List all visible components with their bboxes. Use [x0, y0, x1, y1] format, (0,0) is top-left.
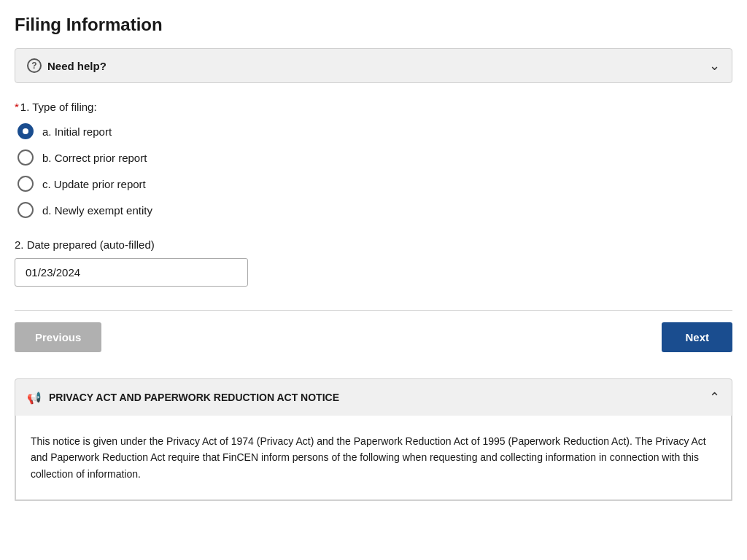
- help-accordion-left: ? Need help?: [27, 58, 107, 73]
- date-prepared-section: 2. Date prepared (auto-filled): [15, 238, 732, 287]
- radio-label-a: a. Initial report: [42, 125, 112, 138]
- radio-circle-d: [18, 202, 34, 218]
- help-accordion-label: Need help?: [47, 60, 107, 72]
- privacy-accordion-left: 📢 PRIVACY ACT AND PAPERWORK REDUCTION AC…: [27, 391, 339, 405]
- radio-label-c: c. Update prior report: [42, 178, 146, 190]
- radio-option-b[interactable]: b. Correct prior report: [18, 149, 732, 166]
- required-star: *: [15, 101, 19, 113]
- radio-option-a[interactable]: a. Initial report: [18, 123, 732, 139]
- chevron-up-icon: ⌃: [709, 389, 720, 405]
- previous-button[interactable]: Previous: [15, 322, 101, 352]
- filing-type-section: *1. Type of filing: a. Initial report b.…: [15, 101, 732, 218]
- filing-type-radio-group: a. Initial report b. Correct prior repor…: [18, 123, 732, 218]
- radio-label-b: b. Correct prior report: [42, 152, 147, 164]
- privacy-accordion-header[interactable]: 📢 PRIVACY ACT AND PAPERWORK REDUCTION AC…: [15, 379, 732, 416]
- help-accordion[interactable]: ? Need help? ⌄: [15, 48, 732, 83]
- page-title: Filing Information: [15, 15, 732, 35]
- navigation-bar: Previous Next: [15, 310, 732, 364]
- privacy-accordion-title: PRIVACY ACT AND PAPERWORK REDUCTION ACT …: [49, 392, 339, 403]
- chevron-down-icon: ⌄: [709, 58, 720, 74]
- radio-label-d: d. Newly exempt entity: [42, 204, 152, 217]
- date-prepared-label: 2. Date prepared (auto-filled): [15, 238, 732, 251]
- megaphone-icon: 📢: [27, 391, 42, 405]
- next-button[interactable]: Next: [662, 322, 732, 352]
- date-prepared-input[interactable]: [15, 258, 248, 287]
- radio-option-d[interactable]: d. Newly exempt entity: [18, 202, 732, 218]
- radio-circle-a: [18, 123, 34, 139]
- filing-type-label: *1. Type of filing:: [15, 101, 732, 113]
- help-icon: ?: [27, 58, 42, 73]
- radio-circle-c: [18, 176, 34, 192]
- privacy-accordion-body: This notice is given under the Privacy A…: [15, 416, 732, 500]
- privacy-accordion: 📢 PRIVACY ACT AND PAPERWORK REDUCTION AC…: [15, 378, 732, 501]
- radio-circle-b: [18, 149, 34, 166]
- radio-option-c[interactable]: c. Update prior report: [18, 176, 732, 192]
